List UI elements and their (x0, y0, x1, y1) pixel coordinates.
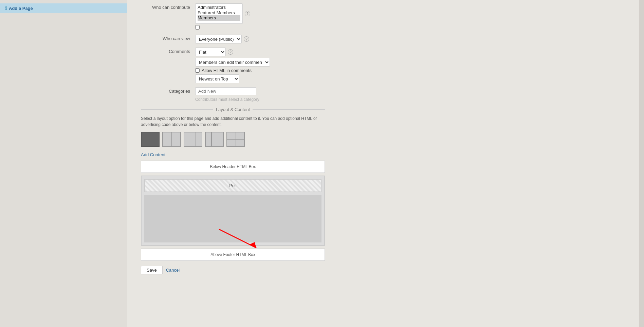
contributors-checkbox[interactable] (195, 25, 200, 30)
contributors-select-row: Administrators Featured Members Members … (195, 3, 325, 24)
layout-section-title: Layout & Content (216, 107, 250, 112)
divider-line-right (253, 109, 325, 110)
layout-option-3[interactable] (184, 132, 202, 147)
allow-html-label: Allow HTML in comments (202, 68, 252, 73)
divider-line-left (141, 109, 213, 110)
layout-description: Select a layout option for this page and… (141, 115, 325, 128)
comments-control-group: Flat Threaded ? Members can edit their c… (195, 48, 325, 83)
layout-3-col-wide (184, 132, 196, 146)
main-content: Who can contribute Administrators Featur… (127, 0, 338, 327)
who-can-view-row: Who can view Everyone (Public) Members O… (137, 35, 328, 43)
contributors-help-icon[interactable]: ? (245, 11, 250, 16)
layout-4-inner (206, 132, 223, 146)
info-icon: ℹ (5, 5, 7, 11)
layout-4-col-wide (212, 132, 223, 146)
below-header-html-box: Below Header HTML Box (141, 161, 325, 173)
layout-divider: Layout & Content (141, 107, 325, 112)
contributors-select[interactable]: Administrators Featured Members Members (195, 3, 243, 24)
layout-5-cell-1 (227, 132, 236, 140)
contributors-control-group: Administrators Featured Members Members … (195, 3, 325, 31)
newest-on-top-select[interactable]: Newest on Top Oldest on Top (195, 74, 239, 83)
comments-type-select[interactable]: Flat Threaded (195, 48, 226, 56)
categories-row: Categories Contributors must select a ca… (137, 87, 328, 102)
layout-5-cell-3 (227, 140, 236, 147)
layout-3-col-narrow (196, 132, 202, 146)
layout-2-col-2 (172, 132, 181, 146)
comments-type-row: Flat Threaded ? (195, 48, 325, 56)
right-panel (338, 0, 644, 327)
sidebar-item-label: Add a Page (9, 6, 33, 11)
members-edit-row: Members can edit their comments Members … (195, 58, 325, 67)
save-button[interactable]: Save (141, 266, 163, 274)
layout-option-1[interactable] (141, 132, 160, 147)
arrow-indicator (216, 226, 263, 254)
layout-5-cell-2 (236, 132, 245, 140)
layout-5-cell-4 (236, 140, 245, 147)
comments-help-icon[interactable]: ? (228, 49, 233, 55)
contributors-checkbox-row (195, 25, 325, 31)
contributors-must-label: Contributors must select a category (195, 97, 325, 102)
layout-1-inner (142, 132, 159, 146)
below-header-label: Below Header HTML Box (210, 164, 256, 169)
who-can-view-control: Everyone (Public) Members Only ? (195, 35, 249, 43)
poll-box: Poll (144, 179, 321, 192)
categories-label: Categories (141, 87, 195, 94)
svg-marker-1 (250, 242, 256, 248)
add-new-input[interactable] (195, 87, 256, 95)
who-can-view-label: Who can view (141, 35, 195, 41)
layout-2-inner (163, 132, 180, 146)
layout-option-4[interactable] (205, 132, 224, 147)
newest-on-top-row: Newest on Top Oldest on Top (195, 74, 325, 83)
allow-html-checkbox[interactable] (195, 68, 200, 73)
layout-option-2[interactable] (162, 132, 181, 147)
arrow-svg (216, 226, 263, 253)
who-can-contribute-row: Who can contribute Administrators Featur… (137, 3, 328, 31)
layout-2-col-1 (163, 132, 172, 146)
layout-4-col-narrow (206, 132, 212, 146)
comments-label: Comments (141, 48, 195, 54)
allow-html-row: Allow HTML in comments (195, 68, 325, 73)
comments-row: Comments Flat Threaded ? Members can edi… (137, 48, 328, 83)
layout-options (141, 132, 325, 147)
layout-option-5[interactable] (226, 132, 245, 147)
who-can-contribute-label: Who can contribute (141, 3, 195, 10)
members-edit-select[interactable]: Members can edit their comments Members … (195, 58, 270, 67)
categories-control-group: Contributors must select a category (195, 87, 325, 102)
add-content-button[interactable]: Add Content (141, 152, 165, 157)
sidebar: ℹ Add a Page (0, 0, 127, 327)
layout-5-inner (227, 132, 244, 146)
who-can-view-select[interactable]: Everyone (Public) Members Only (195, 35, 242, 43)
poll-label: Poll (229, 183, 237, 188)
view-help-icon[interactable]: ? (244, 36, 249, 42)
scrollbar-area[interactable] (639, 0, 644, 327)
action-row: Save Cancel (141, 266, 325, 274)
cancel-button[interactable]: Cancel (166, 268, 180, 273)
layout-3-inner (184, 132, 202, 146)
sidebar-item-add-page[interactable]: ℹ Add a Page (0, 3, 127, 13)
